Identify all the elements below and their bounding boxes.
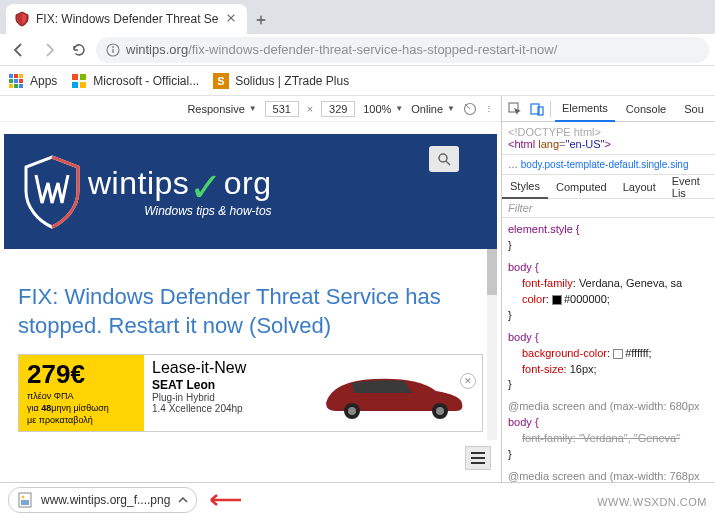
- inspect-element-icon[interactable]: [506, 100, 524, 118]
- device-toggle-icon[interactable]: [528, 100, 546, 118]
- site-info-icon[interactable]: [106, 43, 120, 57]
- device-preview-pane: Responsive ▼ 531 × 329 100% ▼ Online ▼ ⋮: [0, 96, 502, 482]
- subtab-computed[interactable]: Computed: [548, 175, 615, 199]
- ad-car-image: [308, 361, 478, 421]
- reload-button[interactable]: [66, 37, 92, 63]
- bookmark-microsoft[interactable]: Microsoft - Official...: [71, 73, 199, 89]
- bookmark-solidus[interactable]: S Solidus | ZTrade Plus: [213, 73, 349, 89]
- checkmark-icon: ✓: [189, 177, 224, 197]
- new-tab-button[interactable]: [247, 6, 275, 34]
- file-icon: [17, 492, 33, 508]
- svg-rect-11: [19, 84, 23, 88]
- zoom-label: 100%: [363, 103, 391, 115]
- tab-title: FIX: Windows Defender Threat Se: [36, 12, 219, 26]
- styles-pane[interactable]: element.style { } body { font-family: Ve…: [502, 218, 715, 482]
- site-brand: wintips✓org: [88, 165, 272, 202]
- ad-price: 279€: [27, 359, 136, 390]
- ad-line: για 48μηνη μίσθωση: [27, 404, 136, 414]
- svg-rect-14: [72, 82, 78, 88]
- content-area: Responsive ▼ 531 × 329 100% ▼ Online ▼ ⋮: [0, 96, 715, 482]
- back-button[interactable]: [6, 37, 32, 63]
- chevron-down-icon: ▼: [395, 104, 403, 113]
- browser-toolbar: wintips.org/fix-windows-defender-threat-…: [0, 34, 715, 66]
- svg-rect-12: [72, 74, 78, 80]
- rotate-icon[interactable]: [463, 102, 477, 116]
- svg-point-21: [348, 407, 356, 415]
- bookmark-label: Microsoft - Official...: [93, 74, 199, 88]
- apps-button[interactable]: Apps: [8, 73, 57, 89]
- svg-rect-10: [14, 84, 18, 88]
- favicon-icon: [14, 11, 30, 27]
- devtools-toolbar: Elements Console Sou: [502, 96, 715, 122]
- svg-point-19: [439, 154, 447, 162]
- site-tagline: Windows tips & how-tos: [88, 204, 272, 218]
- svg-text:S: S: [217, 75, 224, 87]
- ad-line: με προκαταβολή: [27, 416, 136, 426]
- apps-label: Apps: [30, 74, 57, 88]
- throttle-select[interactable]: Online ▼: [411, 103, 455, 115]
- address-bar[interactable]: wintips.org/fix-windows-defender-threat-…: [96, 37, 709, 63]
- bookmarks-bar: Apps Microsoft - Official... S Solidus |…: [0, 66, 715, 96]
- devtools-panel: Elements Console Sou <!DOCTYPE html> <ht…: [502, 96, 715, 482]
- site-search-button[interactable]: [429, 146, 459, 172]
- breadcrumb[interactable]: … body.post-template-default.single.sing: [502, 154, 715, 175]
- svg-rect-1: [112, 49, 113, 53]
- apps-icon: [8, 73, 24, 89]
- viewport-width-input[interactable]: 531: [265, 101, 299, 117]
- tab-close-icon[interactable]: [225, 12, 239, 26]
- ad-line: πλέον ΦΠΑ: [27, 392, 136, 402]
- annotation-arrow-icon: [205, 493, 243, 507]
- device-mode-select[interactable]: Responsive ▼: [187, 103, 256, 115]
- chevron-down-icon: ▼: [447, 104, 455, 113]
- hamburger-menu-button[interactable]: [465, 446, 491, 470]
- svg-rect-28: [21, 500, 29, 505]
- rendered-page: wintips✓org Windows tips & how-tos FIX: …: [0, 122, 501, 482]
- viewport-height-input[interactable]: 329: [321, 101, 355, 117]
- watermark: WWW.WSXDN.COM: [597, 496, 707, 508]
- more-options-icon[interactable]: ⋮: [485, 104, 493, 113]
- svg-rect-9: [9, 84, 13, 88]
- zoom-select[interactable]: 100% ▼: [363, 103, 403, 115]
- throttle-label: Online: [411, 103, 443, 115]
- browser-tab[interactable]: FIX: Windows Defender Threat Se: [6, 4, 247, 34]
- svg-rect-7: [14, 79, 18, 83]
- microsoft-icon: [71, 73, 87, 89]
- solidus-icon: S: [213, 73, 229, 89]
- download-filename: www.wintips.org_f....png: [41, 493, 170, 507]
- url-text: wintips.org/fix-windows-defender-threat-…: [126, 42, 557, 57]
- svg-rect-4: [14, 74, 18, 78]
- devtools-subtabs: Styles Computed Layout Event Lis: [502, 175, 715, 199]
- svg-point-23: [436, 407, 444, 415]
- chevron-up-icon[interactable]: [178, 495, 188, 505]
- site-header: wintips✓org Windows tips & how-tos: [4, 134, 497, 249]
- svg-point-29: [22, 495, 25, 498]
- svg-rect-3: [9, 74, 13, 78]
- wintips-logo-icon: [22, 155, 82, 229]
- tab-strip: FIX: Windows Defender Threat Se: [0, 0, 715, 34]
- dom-tree[interactable]: <!DOCTYPE html> <html lang="en-US">: [502, 122, 715, 154]
- svg-rect-5: [19, 74, 23, 78]
- svg-rect-13: [80, 74, 86, 80]
- subtab-styles[interactable]: Styles: [502, 175, 548, 199]
- chevron-down-icon: ▼: [249, 104, 257, 113]
- ad-banner[interactable]: 279€ πλέον ΦΠΑ για 48μηνη μίσθωση με προ…: [18, 354, 483, 432]
- tab-console[interactable]: Console: [619, 96, 673, 122]
- tab-elements[interactable]: Elements: [555, 96, 615, 122]
- tab-sources[interactable]: Sou: [677, 96, 711, 122]
- svg-rect-8: [19, 79, 23, 83]
- scrollbar-thumb[interactable]: [487, 249, 497, 295]
- styles-filter-input[interactable]: Filter: [502, 199, 715, 218]
- svg-rect-6: [9, 79, 13, 83]
- dimension-separator: ×: [307, 103, 313, 115]
- svg-point-2: [112, 46, 114, 48]
- device-mode-label: Responsive: [187, 103, 244, 115]
- svg-rect-15: [80, 82, 86, 88]
- forward-button[interactable]: [36, 37, 62, 63]
- subtab-layout[interactable]: Layout: [615, 175, 664, 199]
- device-toolbar: Responsive ▼ 531 × 329 100% ▼ Online ▼ ⋮: [0, 96, 501, 122]
- article-title: FIX: Windows Defender Threat Service has…: [18, 283, 483, 340]
- download-item[interactable]: www.wintips.org_f....png: [8, 487, 197, 513]
- subtab-eventlisteners[interactable]: Event Lis: [664, 175, 715, 199]
- bookmark-label: Solidus | ZTrade Plus: [235, 74, 349, 88]
